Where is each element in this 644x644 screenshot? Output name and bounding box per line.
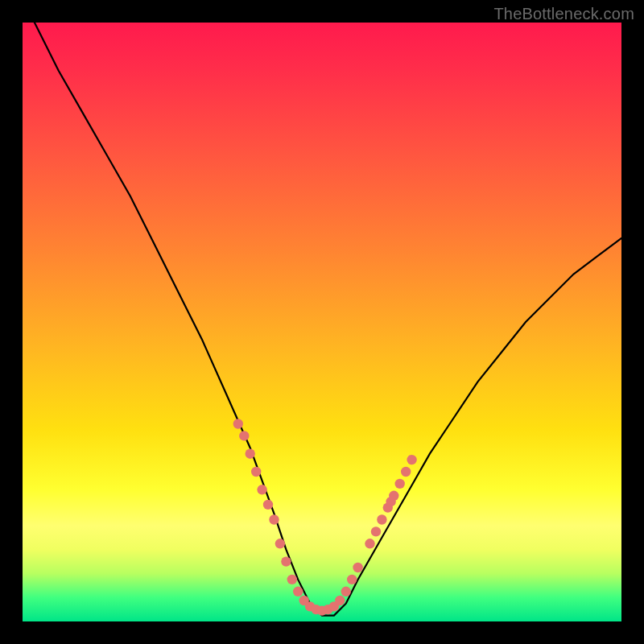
marker-dot bbox=[335, 596, 345, 605]
marker-dot bbox=[275, 539, 285, 548]
marker-dot bbox=[365, 539, 374, 548]
marker-dot bbox=[251, 467, 261, 477]
marker-dot bbox=[395, 479, 405, 489]
marker-dot bbox=[353, 563, 362, 572]
marker-dot bbox=[246, 449, 255, 459]
marker-dot bbox=[341, 587, 351, 597]
marker-dot bbox=[281, 556, 291, 566]
marker-dot bbox=[377, 514, 386, 524]
marker-dot bbox=[287, 575, 297, 584]
marker-dot bbox=[257, 485, 266, 494]
marker-dot bbox=[239, 431, 249, 440]
curve-markers bbox=[233, 419, 417, 616]
marker-dot bbox=[389, 491, 398, 501]
marker-dot bbox=[269, 514, 279, 524]
marker-dot bbox=[371, 526, 381, 536]
chart-frame: TheBottleneck.com bbox=[0, 0, 644, 644]
chart-plot-area bbox=[23, 23, 621, 621]
bottleneck-curve bbox=[35, 23, 621, 616]
watermark-text: TheBottleneck.com bbox=[493, 5, 634, 23]
marker-dot bbox=[401, 467, 411, 477]
marker-dot bbox=[233, 419, 243, 428]
marker-dot bbox=[293, 587, 303, 597]
marker-dot bbox=[263, 500, 273, 510]
chart-svg bbox=[23, 23, 621, 621]
marker-dot bbox=[347, 575, 357, 584]
marker-dot bbox=[407, 455, 416, 464]
